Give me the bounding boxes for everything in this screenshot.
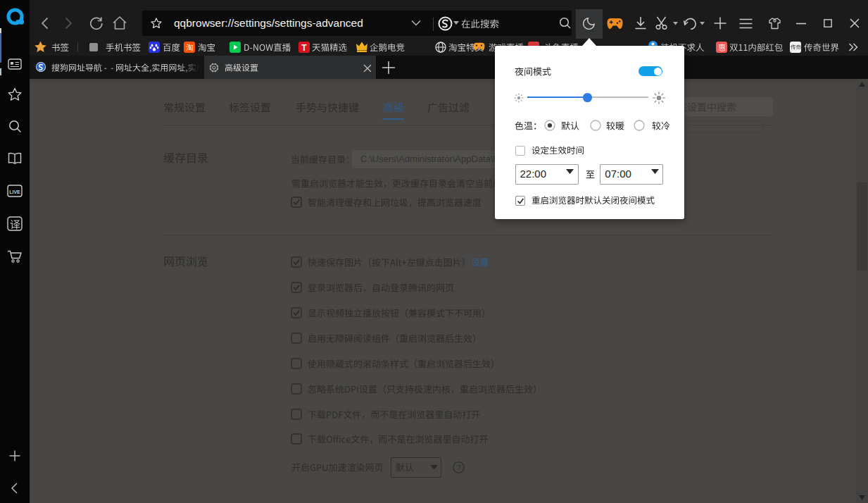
svg-text:T: T	[301, 43, 307, 53]
svg-text:LIVE: LIVE	[9, 190, 20, 194]
svg-text:?: ?	[456, 464, 460, 472]
